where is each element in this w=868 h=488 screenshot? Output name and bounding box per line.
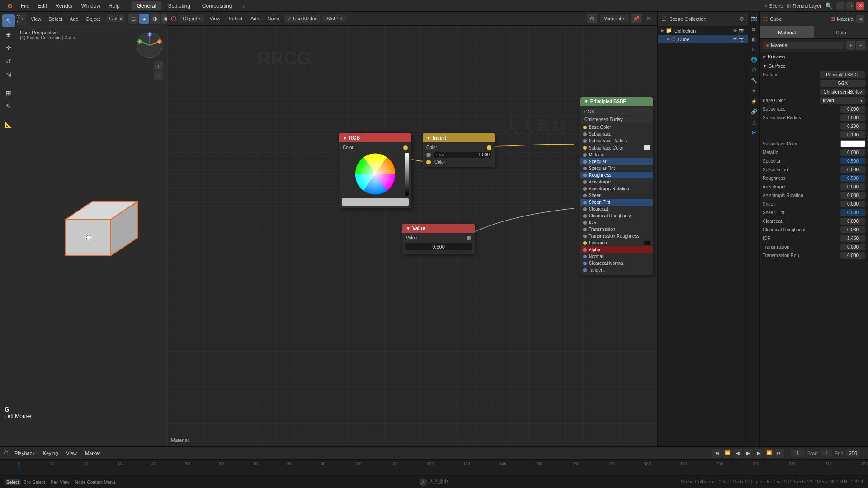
pbsdf-ggx[interactable]: GGX <box>581 108 652 115</box>
fac-field[interactable]: Fac 1.000 <box>434 152 491 158</box>
prev-frame-btn[interactable]: ⏪ <box>723 449 732 458</box>
maximize-button[interactable]: □ <box>846 2 854 10</box>
minimize-button[interactable]: — <box>836 2 844 10</box>
next-frame-btn[interactable]: ⏩ <box>764 449 774 458</box>
tab-sculpting[interactable]: Sculpting <box>162 1 195 10</box>
menu-help[interactable]: Help <box>105 2 123 10</box>
playback-menu[interactable]: Playback <box>12 450 38 457</box>
invert-color-input-socket[interactable] <box>426 160 431 164</box>
transmission-value[interactable]: 0.000 <box>840 244 865 250</box>
world-props-icon[interactable]: 🌐 <box>750 55 759 64</box>
timeline-ruler[interactable]: 0 10 20 30 40 50 60 70 80 90 100 110 120… <box>0 460 868 476</box>
ne-add-btn[interactable]: Add <box>248 15 262 22</box>
collection-vis-icon[interactable]: 👁 <box>733 28 737 33</box>
ior-socket[interactable] <box>583 221 587 225</box>
specular-value[interactable]: 0.500 <box>840 158 865 164</box>
particles-props-icon[interactable]: ✦ <box>750 86 759 95</box>
base-color-socket[interactable] <box>583 126 587 129</box>
surface-value[interactable]: Principled BSDF <box>820 71 865 78</box>
view-btn[interactable]: View <box>28 15 44 23</box>
transform-tool[interactable]: ⊞ <box>2 87 15 99</box>
jump-to-start-btn[interactable]: ⏮ <box>712 449 722 458</box>
physics-props-icon[interactable]: ⚡ <box>750 97 759 106</box>
render-props-icon[interactable]: 📷 <box>750 14 759 23</box>
tab-compositing[interactable]: Compositing <box>197 1 238 10</box>
preview-section-header[interactable]: ▶ Preview <box>763 54 865 59</box>
zoom-out-btn[interactable]: − <box>154 71 163 80</box>
material-slot-selector[interactable]: ⊞ Material <box>763 42 844 49</box>
cube-render-icon[interactable]: 📷 <box>739 37 744 42</box>
scale-tool[interactable]: ⇲ <box>2 69 15 81</box>
emission-socket[interactable] <box>583 241 587 245</box>
ne-close-btn[interactable]: ✕ <box>644 14 654 23</box>
material-props-icon[interactable]: ⊞ <box>750 128 759 137</box>
subsurface-socket[interactable] <box>583 132 587 136</box>
remove-material-btn[interactable]: − <box>856 41 865 50</box>
aniso-rotation-value[interactable]: 0.000 <box>840 192 865 199</box>
cube-vis-icon[interactable]: 👁 <box>733 37 737 42</box>
scene-props-icon[interactable]: ⊙ <box>750 45 759 54</box>
move-tool[interactable]: ✛ <box>2 42 15 54</box>
ne-node-btn[interactable]: Node <box>265 15 282 22</box>
keying-menu[interactable]: Keying <box>40 450 61 457</box>
metallic-socket[interactable] <box>583 153 587 157</box>
normal-socket[interactable] <box>583 255 587 258</box>
rendered-icon[interactable]: ◉ <box>161 14 167 24</box>
props-expand-btn[interactable]: ◀ <box>856 15 864 23</box>
timeline-view-btn[interactable]: View <box>63 450 80 457</box>
specular-socket[interactable] <box>583 160 587 164</box>
sheen-value[interactable]: 0.000 <box>840 201 865 207</box>
base-color-value[interactable]: Invert ▾ <box>820 97 865 104</box>
specular-tint-value[interactable]: 0.000 <box>840 166 865 173</box>
color-swatch[interactable] <box>342 198 409 206</box>
tab-data[interactable]: Data <box>814 26 868 38</box>
transmission-roughness-value[interactable]: 0.000 <box>840 252 865 259</box>
node-canvas[interactable]: RRCG 人人素材 ▼ RGB <box>167 26 657 446</box>
playhead[interactable] <box>19 460 19 476</box>
anisotropic-socket[interactable] <box>583 180 587 184</box>
start-frame-field[interactable]: 1 <box>821 450 832 457</box>
collection-render-icon[interactable]: 📷 <box>739 28 744 33</box>
sheen-tint-socket[interactable] <box>583 201 587 204</box>
wireframe-icon[interactable]: ◻ <box>128 14 138 24</box>
ne-view-btn[interactable]: View <box>207 15 223 22</box>
jump-to-end-btn[interactable]: ⏭ <box>775 449 784 458</box>
modifier-props-icon[interactable]: 🔧 <box>750 76 759 85</box>
solid-shading-icon[interactable]: ● <box>139 14 149 24</box>
rgb-node[interactable]: ▼ RGB Color <box>339 133 411 208</box>
pbsdf-node[interactable]: ▼ Principled BSDF GGX Christensen-Burley… <box>580 97 653 275</box>
blender-logo[interactable]: ⊙ <box>4 1 16 10</box>
object-props-icon[interactable]: ⬡ <box>750 66 759 75</box>
subsurface-radius-b-value[interactable]: 0.100 <box>840 131 865 138</box>
sheen-tint-value[interactable]: 0.500 <box>840 209 865 216</box>
subsurface-radius-socket[interactable] <box>583 139 587 143</box>
global-local-toggle[interactable]: Global <box>106 15 125 22</box>
annotate-tool[interactable]: ✎ <box>2 100 15 113</box>
subsurface-radius-value[interactable]: 1.000 <box>840 114 865 121</box>
trans-roughness-socket[interactable] <box>583 235 587 238</box>
rotate-tool[interactable]: ↺ <box>2 55 15 68</box>
marker-btn[interactable]: Marker <box>82 450 103 457</box>
value-node[interactable]: ▼ Value Value 0.500 <box>402 224 475 254</box>
menu-window[interactable]: Window <box>77 2 104 10</box>
measure-tool[interactable]: 📐 <box>2 118 15 131</box>
tangent-socket[interactable] <box>583 268 587 272</box>
roughness-socket[interactable] <box>583 174 587 177</box>
use-nodes-toggle[interactable]: ✓Use Nodes <box>285 15 320 23</box>
clearcoat-roughness-socket[interactable] <box>583 214 587 218</box>
subsurface-radius-g-value[interactable]: 0.200 <box>840 123 865 130</box>
clearcoat-value[interactable]: 0.000 <box>840 218 865 225</box>
constraints-props-icon[interactable]: 🔗 <box>750 107 759 116</box>
ne-material-icon[interactable]: ⊙ <box>587 14 597 23</box>
close-button[interactable]: ✕ <box>856 2 864 10</box>
render-layer-selector[interactable]: ◧ RenderLayer <box>787 3 821 9</box>
transmission-socket[interactable] <box>583 228 587 231</box>
color-wheel-area[interactable] <box>339 151 411 197</box>
view-layer-props-icon[interactable]: ◧ <box>750 34 759 43</box>
alpha-socket[interactable] <box>583 248 587 252</box>
invert-color-output-socket[interactable] <box>487 145 491 150</box>
clearcoat-normal-socket[interactable] <box>583 262 587 265</box>
menu-render[interactable]: Render <box>52 2 76 10</box>
subsurface-color-swatch[interactable] <box>840 140 865 147</box>
current-frame-field[interactable]: 1 <box>791 450 805 457</box>
